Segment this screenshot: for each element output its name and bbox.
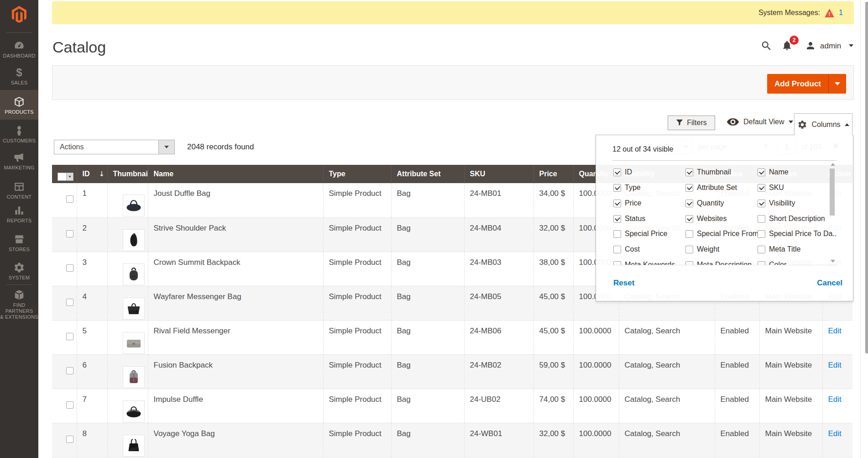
select-all-multicheck[interactable]	[58, 173, 73, 181]
row-checkbox[interactable]	[66, 401, 73, 409]
actions-select-toggle[interactable]	[158, 140, 174, 154]
default-view-dropdown[interactable]: Default View	[727, 118, 793, 126]
sidebar-item-system[interactable]: SYSTEM	[0, 262, 38, 281]
checkbox[interactable]	[685, 230, 693, 238]
notifications-count-badge[interactable]: 2	[790, 36, 799, 45]
column-toggle-weight[interactable]: Weight	[685, 245, 720, 253]
checkbox[interactable]	[613, 246, 621, 253]
checkbox[interactable]	[613, 200, 621, 207]
product-thumbnail	[123, 229, 145, 251]
sort-desc-icon: ↓	[99, 170, 105, 178]
checkbox[interactable]	[758, 184, 765, 192]
column-toggle-meta-description[interactable]: Meta Description	[685, 261, 752, 265]
actions-select[interactable]: Actions	[54, 140, 175, 154]
system-messages-count[interactable]: 1	[839, 9, 843, 17]
column-toggle-status[interactable]: Status	[613, 215, 645, 223]
column-toggle-short-description[interactable]: Short Description	[758, 215, 825, 223]
column-toggle-attribute-set[interactable]: Attribute Set	[685, 184, 737, 192]
checkbox[interactable]	[758, 200, 765, 207]
checkbox[interactable]	[613, 230, 621, 238]
admin-user-name[interactable]: admin	[820, 42, 841, 51]
sidebar-item-reports[interactable]: REPORTS	[0, 205, 38, 224]
checkbox[interactable]	[685, 261, 693, 266]
column-toggle-visibility[interactable]: Visibility	[758, 199, 795, 207]
checkbox[interactable]	[685, 246, 693, 253]
checkbox[interactable]	[758, 261, 765, 266]
checkbox[interactable]	[685, 168, 693, 176]
admin-caret-icon[interactable]	[849, 44, 853, 47]
sidebar-item-dashboard[interactable]: DASHBOARD	[0, 40, 38, 59]
search-icon[interactable]	[760, 40, 772, 52]
row-checkbox[interactable]	[66, 264, 73, 272]
column-header-id[interactable]: ID↓	[77, 165, 107, 183]
scrollbar-thumb[interactable]	[830, 168, 835, 216]
edit-link[interactable]: Edit	[828, 361, 842, 369]
row-checkbox[interactable]	[66, 299, 73, 306]
row-checkbox[interactable]	[66, 195, 73, 203]
magento-logo[interactable]	[10, 6, 28, 23]
column-toggle-type[interactable]: Type	[613, 184, 641, 192]
column-toggle-cost[interactable]: Cost	[613, 245, 640, 253]
column-header-attribute-set[interactable]: Attribute Set	[391, 165, 464, 183]
checkbox[interactable]	[758, 230, 765, 238]
checkbox[interactable]	[613, 168, 621, 176]
checkbox[interactable]	[758, 246, 765, 253]
column-header-name[interactable]: Name	[148, 165, 323, 183]
add-product-button[interactable]: Add Product	[767, 74, 846, 94]
sidebar-item-marketing[interactable]: MARKETING	[0, 152, 38, 171]
column-toggle-special-price-to[interactable]: Special Price To Da...	[758, 230, 837, 238]
column-toggle-quantity[interactable]: Quantity	[685, 199, 724, 207]
sidebar-item-sales[interactable]: $ SALES	[0, 67, 38, 86]
column-toggle-id[interactable]: ID	[613, 168, 632, 176]
column-toggle-color[interactable]: Color	[758, 261, 786, 265]
edit-link[interactable]: Edit	[828, 326, 842, 335]
checkbox[interactable]	[758, 215, 765, 223]
column-toggle-price[interactable]: Price	[613, 199, 641, 207]
sidebar-item-products[interactable]: PRODUCTS	[0, 96, 38, 115]
sidebar-item-stores[interactable]: STORES	[0, 233, 38, 253]
column-toggle-special-price[interactable]: Special Price	[613, 230, 667, 238]
row-checkbox[interactable]	[66, 333, 73, 340]
sidebar-item-content[interactable]: CONTENT	[0, 181, 38, 200]
row-checkbox[interactable]	[66, 367, 73, 374]
checkbox[interactable]	[613, 215, 621, 223]
column-toggle-meta-title[interactable]: Meta Title	[758, 245, 800, 253]
column-toggle-special-price-from[interactable]: Special Price From...	[685, 230, 764, 238]
edit-link[interactable]: Edit	[828, 395, 842, 404]
checkbox[interactable]	[685, 184, 693, 192]
column-toggle-thumbnail[interactable]: Thumbnail	[685, 168, 731, 176]
window-scrollbar-thumb[interactable]	[865, 2, 868, 353]
row-checkbox[interactable]	[66, 436, 73, 443]
filters-button[interactable]: Filters	[668, 116, 715, 130]
column-header-type[interactable]: Type	[323, 165, 391, 183]
product-thumbnail	[123, 263, 145, 285]
scroll-down-icon[interactable]	[831, 260, 835, 263]
checkbox[interactable]	[613, 184, 621, 192]
column-header-thumbnail[interactable]: Thumbnail	[107, 165, 148, 183]
edit-link[interactable]: Edit	[828, 429, 842, 438]
window-scrollbar[interactable]	[860, 0, 868, 458]
columns-button[interactable]: Columns	[794, 113, 852, 135]
checkbox[interactable]	[613, 261, 621, 266]
checkbox[interactable]	[685, 215, 693, 223]
cancel-button[interactable]: Cancel	[817, 279, 842, 288]
column-toggle-sku[interactable]: SKU	[758, 184, 784, 192]
checkbox[interactable]	[758, 168, 765, 176]
select-all-dropdown[interactable]	[67, 173, 73, 181]
column-toggle-name[interactable]: Name	[758, 168, 789, 176]
select-all-checkbox[interactable]	[58, 173, 67, 181]
column-header-price[interactable]: Price	[533, 165, 573, 183]
checkbox[interactable]	[685, 200, 693, 207]
column-header-sku[interactable]: SKU	[464, 165, 533, 183]
add-product-split-toggle[interactable]	[828, 74, 846, 94]
admin-user-icon[interactable]	[805, 40, 816, 51]
sidebar-item-find-partners[interactable]: FIND PARTNERS & EXTENSIONS	[0, 289, 38, 320]
scroll-up-icon[interactable]	[831, 163, 835, 166]
column-toggle-meta-keywords[interactable]: Meta Keywords	[613, 261, 675, 265]
column-toggle-websites[interactable]: Websites	[685, 215, 727, 223]
sidebar-item-customers[interactable]: CUSTOMERS	[0, 125, 38, 144]
row-checkbox[interactable]	[66, 230, 73, 237]
reset-button[interactable]: Reset	[613, 279, 634, 288]
panel-scrollbar[interactable]	[829, 162, 837, 264]
select-all-header[interactable]	[52, 165, 77, 183]
